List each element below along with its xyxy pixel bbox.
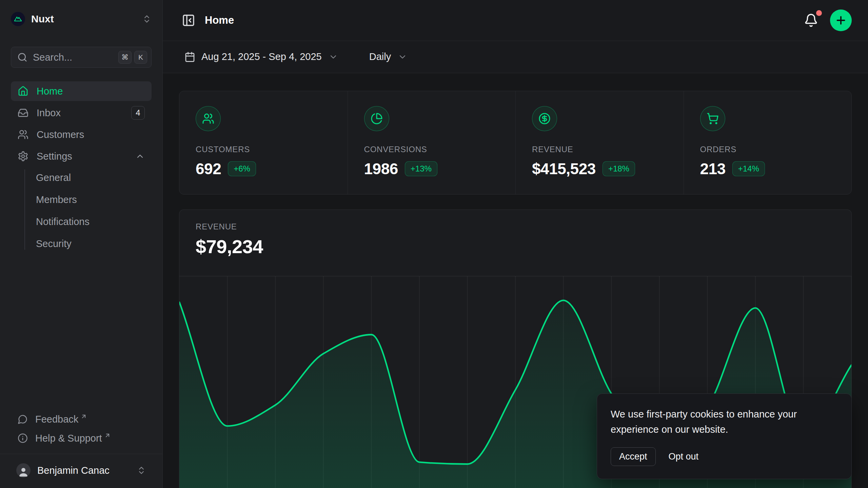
- sidebar-item-label: Settings: [37, 151, 135, 162]
- sidebar-item-label: Feedback: [35, 414, 78, 425]
- stat-value: 1986: [364, 160, 398, 178]
- sidebar-bottom: Feedback Help & Support: [0, 410, 162, 488]
- plus-icon: [835, 14, 847, 26]
- topbar: Home: [163, 0, 868, 41]
- sidebar-collapse-button[interactable]: [179, 11, 198, 30]
- notifications-button[interactable]: [802, 11, 821, 30]
- sidebar-item-customers[interactable]: Customers: [11, 125, 152, 144]
- search-icon: [17, 52, 27, 62]
- sidebar-item-home[interactable]: Home: [11, 81, 152, 101]
- info-circle-icon: [18, 433, 28, 443]
- revenue-panel-value: $79,234: [196, 236, 835, 258]
- sidebar: Nuxt Search... ⌘ K Home: [0, 0, 163, 488]
- user-name: Benjamin Canac: [37, 465, 137, 476]
- sidebar-item-inbox[interactable]: Inbox 4: [11, 103, 152, 123]
- nuxt-logo-icon: [11, 12, 25, 26]
- sidebar-item-label: Customers: [37, 129, 145, 140]
- filter-bar: Aug 21, 2025 - Sep 4, 2025 Daily: [163, 41, 868, 73]
- stat-value: 692: [196, 160, 221, 178]
- sidebar-item-help-support[interactable]: Help & Support: [11, 429, 152, 448]
- calendar-icon: [184, 52, 195, 62]
- chevron-down-icon: [329, 52, 338, 62]
- team-name: Nuxt: [31, 13, 142, 25]
- stat-card-revenue[interactable]: REVENUE $415,523 +18%: [515, 91, 684, 194]
- inbox-icon: [18, 107, 28, 118]
- chevron-down-icon: [398, 52, 407, 62]
- kbd-k: K: [134, 51, 147, 64]
- pie-chart-icon: [364, 106, 389, 131]
- bell-icon: [804, 13, 818, 27]
- sidebar-item-general[interactable]: General: [36, 168, 152, 187]
- team-selector[interactable]: Nuxt: [11, 9, 152, 29]
- user-section: Benjamin Canac: [0, 454, 162, 488]
- revenue-panel-label: REVENUE: [196, 222, 835, 231]
- stat-card-conversions[interactable]: CONVERSIONS 1986 +13%: [348, 91, 516, 194]
- search-placeholder: Search...: [33, 52, 116, 63]
- message-bubble-icon: [18, 414, 28, 424]
- chevron-up-icon: [135, 151, 145, 161]
- sidebar-item-security[interactable]: Security: [36, 234, 152, 253]
- user-menu[interactable]: Benjamin Canac: [11, 460, 152, 481]
- users-icon: [196, 106, 221, 131]
- sidebar-item-label: Home: [37, 86, 145, 97]
- stat-card-orders[interactable]: ORDERS 213 +14%: [684, 91, 852, 194]
- stat-value: $415,523: [532, 160, 596, 178]
- sidebar-item-settings[interactable]: Settings: [11, 146, 152, 166]
- stat-label: CONVERSIONS: [364, 145, 499, 154]
- app-root: Nuxt Search... ⌘ K Home: [0, 0, 868, 488]
- chevrons-up-down-icon: [137, 466, 146, 475]
- sidebar-item-notifications[interactable]: Notifications: [36, 212, 152, 231]
- sidebar-item-feedback[interactable]: Feedback: [11, 410, 152, 429]
- stat-label: REVENUE: [532, 145, 667, 154]
- date-range-picker[interactable]: Aug 21, 2025 - Sep 4, 2025: [179, 46, 343, 68]
- stat-delta-badge: +13%: [405, 161, 437, 176]
- page-title: Home: [205, 14, 234, 26]
- home-icon: [18, 86, 28, 97]
- stat-label: CUSTOMERS: [196, 145, 331, 154]
- cookie-opt-out-button[interactable]: Opt out: [669, 451, 699, 462]
- user-avatar: [16, 463, 31, 477]
- notification-dot: [816, 10, 822, 16]
- stat-delta-badge: +18%: [603, 161, 635, 176]
- chevrons-up-down-icon: [142, 14, 152, 24]
- external-link-icon: [80, 413, 87, 420]
- cookie-message: We use first-party cookies to enhance yo…: [611, 407, 838, 437]
- add-button[interactable]: [830, 9, 852, 31]
- sidebar-item-members[interactable]: Members: [36, 190, 152, 209]
- kbd-cmd: ⌘: [118, 51, 132, 64]
- inbox-count-badge: 4: [131, 106, 145, 120]
- users-icon: [18, 129, 28, 140]
- cookie-accept-button[interactable]: Accept: [611, 447, 656, 466]
- search-input[interactable]: Search... ⌘ K: [11, 47, 152, 68]
- sidebar-item-label: Help & Support: [35, 433, 102, 444]
- circle-dollar-icon: [532, 106, 557, 131]
- granularity-label: Daily: [369, 51, 391, 62]
- gear-icon: [18, 151, 28, 162]
- stat-card-customers[interactable]: CUSTOMERS 692 +6%: [179, 91, 348, 194]
- stat-label: ORDERS: [700, 145, 835, 154]
- stat-value: 213: [700, 160, 726, 178]
- sidebar-nav: Home Inbox 4 Customers: [11, 81, 152, 253]
- sidebar-item-label: Inbox: [37, 107, 131, 119]
- panel-left-close-icon: [182, 14, 195, 27]
- stat-delta-badge: +6%: [228, 161, 256, 176]
- sub-items-guide-line: [24, 169, 25, 250]
- external-link-icon: [104, 432, 111, 439]
- sidebar-top: Nuxt Search... ⌘ K Home: [0, 0, 162, 256]
- granularity-select[interactable]: Daily: [364, 46, 413, 68]
- shopping-cart-icon: [700, 106, 725, 131]
- date-range-label: Aug 21, 2025 - Sep 4, 2025: [201, 51, 322, 62]
- settings-sub-items: General Members Notifications Security: [11, 168, 152, 253]
- stat-delta-badge: +14%: [732, 161, 765, 176]
- cookie-banner: We use first-party cookies to enhance yo…: [597, 393, 852, 479]
- stats-row: CUSTOMERS 692 +6% CONVERSIONS 1986 +13%: [179, 91, 852, 195]
